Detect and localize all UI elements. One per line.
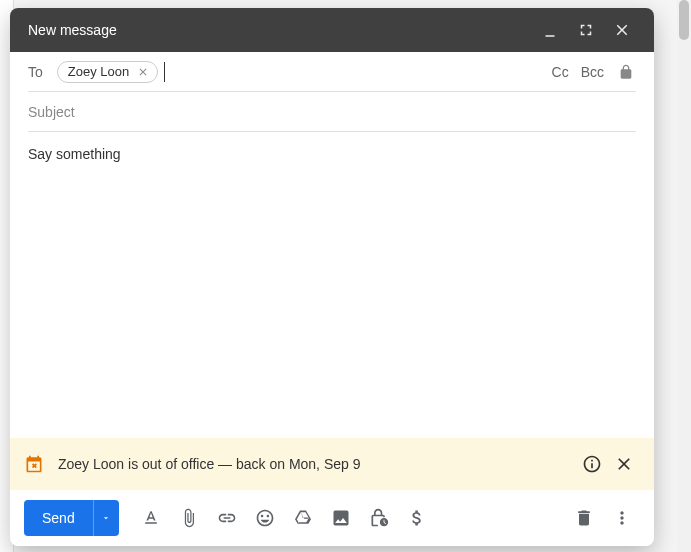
out-of-office-banner: Zoey Loon is out of office — back on Mon… — [10, 438, 654, 490]
insert-link-button[interactable] — [209, 500, 245, 536]
insert-emoji-button[interactable] — [247, 500, 283, 536]
send-options-button[interactable] — [93, 500, 119, 536]
recipient-chip[interactable]: Zoey Loon — [57, 61, 158, 83]
minimize-icon — [541, 21, 559, 39]
send-button-group: Send — [24, 500, 119, 536]
minimize-button[interactable] — [532, 12, 568, 48]
header-fields: To Zoey Loon Cc Bcc — [10, 52, 654, 132]
image-icon — [331, 508, 351, 528]
emoji-icon — [255, 508, 275, 528]
insert-drive-button[interactable] — [285, 500, 321, 536]
text-format-icon — [141, 508, 161, 528]
dollar-icon — [407, 508, 427, 528]
info-icon — [582, 454, 602, 474]
chip-name: Zoey Loon — [68, 64, 129, 79]
more-vert-icon — [612, 508, 632, 528]
banner-dismiss-button[interactable] — [608, 448, 640, 480]
insert-photo-button[interactable] — [323, 500, 359, 536]
page-scrollbar[interactable] — [677, 0, 691, 552]
close-icon — [613, 21, 631, 39]
bcc-button[interactable]: Bcc — [581, 64, 604, 80]
fullscreen-icon — [577, 21, 595, 39]
discard-draft-button[interactable] — [566, 500, 602, 536]
titlebar: New message — [10, 8, 654, 52]
more-options-button[interactable] — [604, 500, 640, 536]
confidential-mode-button[interactable] — [616, 64, 636, 80]
attach-file-button[interactable] — [171, 500, 207, 536]
attachment-icon — [179, 508, 199, 528]
drive-icon — [293, 508, 313, 528]
subject-field-row[interactable] — [28, 92, 636, 132]
message-body[interactable]: Say something — [10, 132, 654, 438]
compose-window: New message To Zoey Loon Cc Bcc — [10, 8, 654, 546]
scrollbar-thumb[interactable] — [679, 0, 689, 40]
confidential-mode-toggle[interactable] — [361, 500, 397, 536]
body-text: Say something — [28, 146, 121, 162]
formatting-button[interactable] — [133, 500, 169, 536]
calendar-busy-icon — [24, 454, 44, 474]
subject-input[interactable] — [28, 100, 636, 124]
link-icon — [217, 508, 237, 528]
banner-info-button[interactable] — [576, 448, 608, 480]
close-icon — [614, 454, 634, 474]
compose-toolbar: Send — [10, 490, 654, 546]
chip-remove-button[interactable] — [135, 64, 151, 80]
request-payment-button[interactable] — [399, 500, 435, 536]
fullscreen-button[interactable] — [568, 12, 604, 48]
close-button[interactable] — [604, 12, 640, 48]
close-icon — [137, 66, 149, 78]
to-label: To — [28, 64, 43, 80]
to-input[interactable] — [164, 62, 166, 82]
to-field-row[interactable]: To Zoey Loon Cc Bcc — [28, 52, 636, 92]
send-button[interactable]: Send — [24, 500, 93, 536]
lock-icon — [618, 64, 634, 80]
banner-text: Zoey Loon is out of office — back on Mon… — [58, 456, 576, 472]
window-title: New message — [28, 22, 532, 38]
trash-icon — [574, 508, 594, 528]
chevron-down-icon — [101, 513, 111, 523]
lock-clock-icon — [369, 508, 389, 528]
cc-button[interactable]: Cc — [552, 64, 569, 80]
